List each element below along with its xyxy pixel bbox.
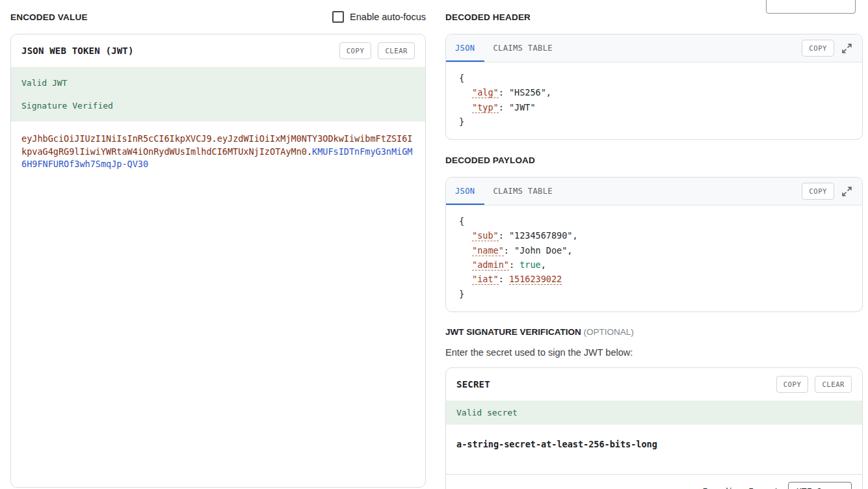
jwt-valid-status: Valid JWT xyxy=(21,78,415,88)
decoded-header-section-title: DECODED HEADER xyxy=(445,12,531,22)
token-dot-2: . xyxy=(307,146,312,157)
json-line: "admin": true, xyxy=(459,258,849,272)
jwt-token-editor[interactable]: eyJhbGciOiJIUzI1NiIsInR5cCI6IkpXVCJ9.eyJ… xyxy=(11,122,425,182)
autofocus-label: Enable auto-focus xyxy=(350,12,426,22)
jwt-card-title: JSON WEB TOKEN (JWT) xyxy=(21,46,333,56)
decoded-payload-expand-button[interactable] xyxy=(839,184,854,199)
decoded-payload-tab-claims-table[interactable]: CLAIMS TABLE xyxy=(484,178,562,205)
claim-value: "John Doe" xyxy=(514,245,567,256)
decoded-header-tab-json[interactable]: JSON xyxy=(446,34,484,62)
autofocus-checkbox[interactable] xyxy=(332,11,344,23)
claim-key-alg[interactable]: "alg" xyxy=(472,87,499,98)
secret-card-footer: Encoding Format UTF-8 xyxy=(446,474,862,489)
json-line: "typ": "JWT" xyxy=(459,100,849,114)
secret-copy-button[interactable]: COPY xyxy=(776,376,809,393)
expand-icon xyxy=(842,187,852,196)
encoded-column: ENCODED VALUE Enable auto-focus JSON WEB… xyxy=(10,9,426,489)
secret-card-title: SECRET xyxy=(456,379,770,390)
claim-value-timestamp[interactable]: 1516239022 xyxy=(509,274,562,285)
token-header-segment: eyJhbGciOiJIUzI1NiIsInR5cCI6IkpXVCJ9 xyxy=(21,133,212,144)
decoded-payload-copy-button[interactable]: COPY xyxy=(802,183,834,200)
claim-key-typ[interactable]: "typ" xyxy=(472,102,499,113)
signature-verification-title: JWT SIGNATURE VERIFICATION (OPTIONAL) xyxy=(445,327,863,337)
decoded-header-copy-button[interactable]: COPY xyxy=(802,40,834,57)
json-line: { xyxy=(459,214,849,228)
json-line: "name": "John Doe", xyxy=(459,243,849,258)
json-line: } xyxy=(459,114,849,129)
decoded-payload-section-title: DECODED PAYLOAD xyxy=(445,155,535,165)
json-line: "alg": "HS256", xyxy=(459,85,849,99)
secret-clear-button[interactable]: CLEAR xyxy=(815,376,852,393)
jwt-token-card: JSON WEB TOKEN (JWT) COPY CLEAR Valid JW… xyxy=(10,34,426,488)
decoded-payload-tabbar: JSON CLAIMS TABLE COPY xyxy=(446,178,862,205)
json-line: "iat": 1516239022 xyxy=(459,272,849,286)
jwt-signature-status: Signature Verified xyxy=(21,101,415,111)
autofocus-toggle[interactable]: Enable auto-focus xyxy=(332,11,426,23)
json-line: { xyxy=(459,71,849,85)
claim-key-sub[interactable]: "sub" xyxy=(472,230,499,241)
jwt-clear-button[interactable]: CLEAR xyxy=(378,42,415,59)
decoded-header-json-view: { "alg": "HS256", "typ": "JWT" } xyxy=(446,62,862,139)
decoded-header-tabbar: JSON CLAIMS TABLE COPY xyxy=(446,34,862,62)
json-line: } xyxy=(459,287,849,301)
jwt-copy-button[interactable]: COPY xyxy=(339,42,372,59)
secret-card: SECRET COPY CLEAR Valid secret a-string-… xyxy=(445,367,863,489)
secret-instruction: Enter the secret used to sign the JWT be… xyxy=(445,347,863,358)
decoded-payload-tab-json[interactable]: JSON xyxy=(446,178,484,205)
claim-value: true xyxy=(519,259,541,270)
claim-value: "HS256" xyxy=(509,87,546,98)
optional-label: (OPTIONAL) xyxy=(584,327,634,337)
token-dot-1: . xyxy=(212,133,217,144)
decoded-header-tab-claims-table[interactable]: CLAIMS TABLE xyxy=(484,34,562,62)
claim-value: "1234567890" xyxy=(509,230,573,241)
decoded-column: DECODED HEADER JSON CLAIMS TABLE COPY { … xyxy=(445,9,863,489)
encoding-format-select[interactable]: UTF-8 xyxy=(788,482,852,489)
decoded-header-card: JSON CLAIMS TABLE COPY { "alg": "HS256",… xyxy=(445,34,863,140)
encoding-format-value: UTF-8 xyxy=(796,486,822,489)
claim-value: "JWT" xyxy=(509,102,536,112)
decoded-payload-json-view: { "sub": "1234567890", "name": "John Doe… xyxy=(446,205,862,311)
clipped-top-button[interactable] xyxy=(766,0,856,14)
secret-input[interactable]: a-string-secret-at-least-256-bits-long xyxy=(446,425,862,474)
jwt-status-panel: Valid JWT Signature Verified xyxy=(11,67,425,122)
claim-key-name[interactable]: "name" xyxy=(472,245,504,256)
json-line: "sub": "1234567890", xyxy=(459,228,849,243)
expand-icon xyxy=(842,44,852,53)
jwt-debugger-page: ENCODED VALUE Enable auto-focus JSON WEB… xyxy=(0,0,868,489)
encoded-section-title: ENCODED VALUE xyxy=(10,12,88,22)
decoded-payload-card: JSON CLAIMS TABLE COPY { "sub": "1234567… xyxy=(445,177,863,312)
secret-status: Valid secret xyxy=(446,401,862,425)
decoded-header-expand-button[interactable] xyxy=(839,41,854,56)
claim-key-iat[interactable]: "iat" xyxy=(472,274,499,285)
claim-key-admin[interactable]: "admin" xyxy=(472,259,509,271)
encoding-format-label: Encoding Format xyxy=(703,486,779,489)
